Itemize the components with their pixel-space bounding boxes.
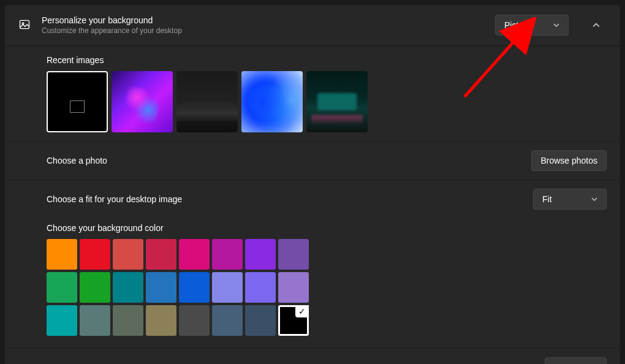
color-swatch-4[interactable] [179, 239, 210, 270]
color-swatch-6[interactable] [245, 239, 276, 270]
chevron-up-icon [593, 21, 600, 29]
color-swatch-8[interactable] [47, 272, 77, 303]
fit-section: Choose a fit for your desktop image Fit … [5, 180, 620, 348]
color-swatch-5[interactable] [212, 239, 243, 270]
color-swatch-3[interactable] [146, 239, 176, 270]
custom-colors-section: Custom colors View colors [5, 348, 620, 364]
color-swatch-19[interactable] [146, 305, 176, 336]
chevron-down-icon [591, 196, 597, 202]
color-swatch-20[interactable] [179, 305, 210, 336]
color-swatches: ✓ [47, 239, 341, 336]
color-swatch-12[interactable] [179, 272, 210, 303]
recent-images-section: Recent images [5, 45, 620, 141]
header-subtitle: Customize the appearance of your desktop [42, 26, 484, 35]
colors-title: Choose your background color [47, 223, 607, 233]
chevron-down-icon [553, 22, 559, 28]
check-icon: ✓ [295, 305, 309, 317]
color-swatch-10[interactable] [113, 272, 143, 303]
color-swatch-11[interactable] [146, 272, 176, 303]
collapse-button[interactable] [586, 15, 607, 36]
color-swatch-9[interactable] [80, 272, 110, 303]
background-settings-panel: Personalize your background Customize th… [5, 5, 620, 364]
header-row: Personalize your background Customize th… [5, 5, 620, 45]
recent-image-4[interactable] [306, 71, 368, 132]
svg-rect-0 [20, 20, 29, 28]
color-swatch-16[interactable] [47, 305, 77, 336]
recent-image-3[interactable] [241, 71, 303, 132]
fit-dropdown[interactable]: Fit [533, 189, 607, 210]
color-swatch-14[interactable] [245, 272, 276, 303]
color-swatch-0[interactable] [47, 239, 77, 270]
color-swatch-21[interactable] [212, 305, 243, 336]
dropdown-value: Picture [504, 20, 531, 30]
choose-photo-section: Choose a photo Browse photos [5, 141, 620, 180]
color-swatch-18[interactable] [113, 305, 143, 336]
fit-title: Choose a fit for your desktop image [47, 194, 182, 204]
header-title: Personalize your background [42, 15, 484, 25]
recent-image-2[interactable] [176, 71, 238, 132]
color-swatch-2[interactable] [113, 239, 143, 270]
color-swatch-17[interactable] [80, 305, 110, 336]
recent-image-1[interactable] [112, 71, 173, 132]
fit-value: Fit [542, 194, 552, 204]
color-swatch-15[interactable] [278, 272, 309, 303]
color-swatch-7[interactable] [278, 239, 309, 270]
color-swatch-23[interactable]: ✓ [278, 305, 309, 336]
color-swatch-22[interactable] [245, 305, 276, 336]
recent-images-title: Recent images [47, 55, 607, 65]
picture-icon [18, 18, 31, 32]
browse-photos-button[interactable]: Browse photos [531, 150, 607, 171]
recent-images-list [47, 71, 607, 132]
recent-image-0[interactable] [47, 71, 108, 132]
choose-photo-title: Choose a photo [47, 156, 107, 165]
color-swatch-1[interactable] [80, 239, 110, 270]
color-swatch-13[interactable] [212, 272, 243, 303]
background-type-dropdown[interactable]: Picture [495, 15, 569, 36]
view-colors-button[interactable]: View colors [545, 357, 607, 364]
